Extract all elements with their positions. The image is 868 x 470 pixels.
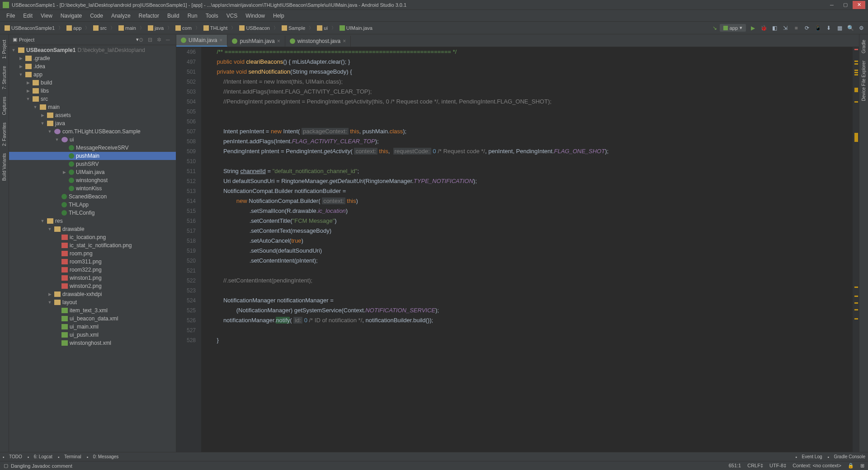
- minimize-button[interactable]: ─: [826, 1, 838, 9]
- menu-item-analyze[interactable]: Analyze: [108, 11, 134, 20]
- menu-item-edit[interactable]: Edit: [19, 11, 36, 20]
- breadcrumb-item[interactable]: Sample: [280, 24, 307, 32]
- status-cell[interactable]: Context: <no context>: [793, 463, 841, 469]
- warning-marker[interactable]: [854, 88, 858, 92]
- bottom-tool-tab[interactable]: ▪TODO: [3, 454, 22, 459]
- menu-item-navigate[interactable]: Navigate: [57, 11, 85, 20]
- collapse-all-icon[interactable]: ⊟: [148, 37, 154, 43]
- code-line[interactable]: NotificationCompat.Builder notificationB…: [210, 186, 853, 196]
- warning-marker[interactable]: [854, 318, 858, 320]
- line-number[interactable]: 496: [176, 47, 196, 57]
- line-number[interactable]: 516: [176, 216, 196, 226]
- search-everywhere-button[interactable]: 🔍: [846, 24, 854, 32]
- profile-button[interactable]: ◧: [770, 24, 778, 32]
- menu-item-tools[interactable]: Tools: [202, 11, 222, 20]
- warning-marker[interactable]: [854, 309, 858, 310]
- tree-node[interactable]: ▶.idea: [9, 62, 176, 70]
- line-number[interactable]: 497: [176, 57, 196, 67]
- code-line[interactable]: .setContentTitle("FCM Message"): [210, 216, 853, 226]
- menu-item-refactor[interactable]: Refactor: [135, 11, 163, 20]
- stop-button[interactable]: ■: [792, 24, 800, 32]
- line-number[interactable]: 508: [176, 136, 196, 146]
- run-config-selector[interactable]: app ▾: [720, 24, 746, 32]
- tree-node[interactable]: ▼ui: [9, 136, 176, 144]
- line-number[interactable]: 515: [176, 206, 196, 216]
- tree-node[interactable]: ▶.gradle: [9, 54, 176, 62]
- expand-arrow-icon[interactable]: ▶: [18, 64, 24, 69]
- code-line[interactable]: private void sendNotification(String mes…: [210, 67, 853, 77]
- expand-arrow-icon[interactable]: ▶: [25, 80, 31, 85]
- attach-debugger-button[interactable]: ⇲: [781, 24, 789, 32]
- tree-node[interactable]: winston1.png: [9, 274, 176, 282]
- tree-node[interactable]: pushMain: [9, 152, 176, 160]
- tree-node[interactable]: ▼res: [9, 217, 176, 225]
- tree-node[interactable]: ▼layout: [9, 298, 176, 306]
- code-line[interactable]: String channelId = "default_notification…: [210, 166, 853, 176]
- tree-node[interactable]: ic_stat_ic_notification.png: [9, 241, 176, 249]
- code-line[interactable]: (NotificationManager) getSystemService(C…: [210, 306, 853, 315]
- close-tab-icon[interactable]: ×: [277, 38, 280, 44]
- expand-arrow-icon[interactable]: ▶: [40, 113, 45, 118]
- tree-node[interactable]: winstonghost: [9, 176, 176, 184]
- tree-node[interactable]: ▶libs: [9, 87, 176, 95]
- code-line[interactable]: .setAutoCancel(true): [210, 236, 853, 246]
- expand-arrow-icon[interactable]: ▼: [18, 72, 24, 77]
- code-line[interactable]: Intent penIntent = new Intent( packageCo…: [210, 127, 853, 136]
- expand-arrow-icon[interactable]: ▼: [47, 227, 52, 231]
- warning-marker[interactable]: [854, 74, 858, 75]
- breadcrumb-item[interactable]: THLight: [202, 24, 230, 32]
- code-line[interactable]: .setSound(defaultSoundUri): [210, 246, 853, 256]
- breadcrumb-item[interactable]: USBeacon: [237, 24, 272, 32]
- memory-indicator[interactable]: ⊞: [860, 463, 864, 469]
- tree-node[interactable]: wintonKiss: [9, 184, 176, 193]
- expand-arrow-icon[interactable]: ▶: [25, 89, 31, 93]
- breadcrumb-item[interactable]: ui: [315, 24, 330, 32]
- sync-gradle-button[interactable]: ⟳: [803, 24, 811, 32]
- tree-node[interactable]: winston2.png: [9, 282, 176, 290]
- line-number[interactable]: 520: [176, 256, 196, 266]
- warning-marker[interactable]: [854, 70, 858, 71]
- tree-node[interactable]: ▼java: [9, 119, 176, 127]
- tree-node[interactable]: ic_location.png: [9, 233, 176, 241]
- tree-node[interactable]: ▶UIMain.java: [9, 168, 176, 176]
- tree-node[interactable]: ▶drawable-xxhdpi: [9, 290, 176, 298]
- expand-arrow-icon[interactable]: ▼: [25, 97, 31, 101]
- code-line[interactable]: [210, 266, 853, 276]
- expand-arrow-icon[interactable]: ▼: [54, 137, 60, 142]
- line-number[interactable]: 528: [176, 335, 196, 345]
- breadcrumb-item[interactable]: UIMain.java: [338, 24, 374, 32]
- breadcrumb-item[interactable]: com: [174, 24, 193, 32]
- line-number[interactable]: 504: [176, 97, 196, 107]
- tree-node[interactable]: THLApp: [9, 201, 176, 209]
- menu-item-vcs[interactable]: VCS: [223, 11, 241, 20]
- lock-icon[interactable]: 🔒: [848, 463, 854, 469]
- debug-button[interactable]: 🐞: [760, 24, 768, 32]
- expand-arrow-icon[interactable]: ▼: [40, 219, 45, 223]
- expand-arrow-icon[interactable]: ▼: [40, 121, 45, 126]
- expand-arrow-icon[interactable]: ▼: [33, 105, 38, 109]
- expand-arrow-icon[interactable]: ▶: [18, 56, 24, 61]
- code-line[interactable]: }: [210, 335, 853, 345]
- code-line[interactable]: //.setContentIntent(pendingIntent);: [210, 276, 853, 286]
- code-line[interactable]: [210, 107, 853, 117]
- expand-arrow-icon[interactable]: ▶: [47, 292, 52, 296]
- line-number[interactable]: 505: [176, 107, 196, 117]
- code-line[interactable]: [210, 286, 853, 296]
- code-line[interactable]: new NotificationCompat.Builder( context:…: [210, 196, 853, 206]
- tree-node[interactable]: item_text_3.xml: [9, 306, 176, 315]
- line-number[interactable]: 521: [176, 266, 196, 276]
- code-line[interactable]: //intent.addFlags(Intent.FLAG_ACTIVITY_C…: [210, 87, 853, 97]
- warning-marker[interactable]: [854, 101, 858, 103]
- breadcrumb-item[interactable]: main: [117, 24, 138, 32]
- maximize-button[interactable]: ▢: [839, 1, 852, 9]
- line-number[interactable]: 525: [176, 306, 196, 315]
- expand-arrow-icon[interactable]: ▼: [47, 300, 52, 305]
- menu-item-build[interactable]: Build: [164, 11, 183, 20]
- menu-item-help[interactable]: Help: [269, 11, 288, 20]
- expand-arrow-icon[interactable]: ▼: [11, 48, 16, 52]
- menu-item-file[interactable]: File: [3, 11, 19, 20]
- code-line[interactable]: [210, 156, 853, 166]
- bottom-tool-tab[interactable]: ▪6: Logcat: [28, 454, 52, 459]
- tree-node[interactable]: ▼src: [9, 95, 176, 103]
- sdk-manager-button[interactable]: ⬇: [825, 24, 833, 32]
